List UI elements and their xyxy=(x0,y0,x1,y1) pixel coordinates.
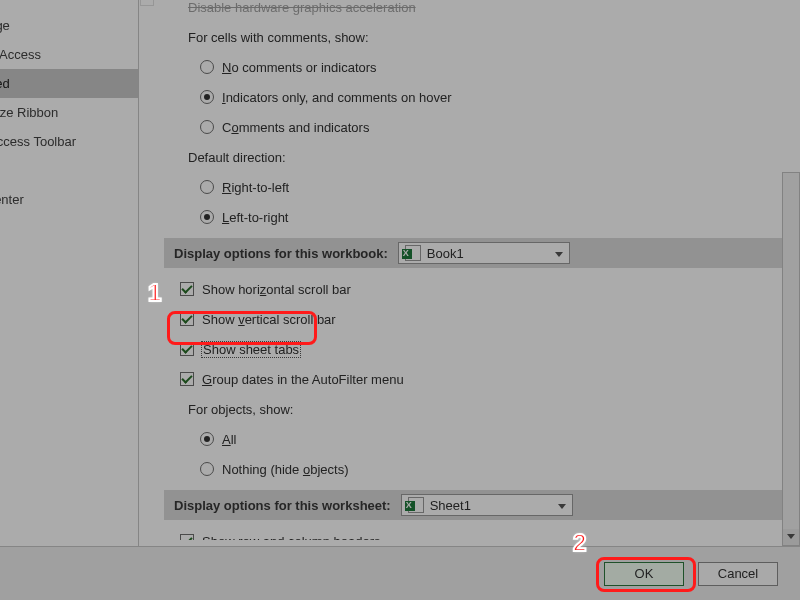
advanced-options-pane: Disable hardware graphics acceleration F… xyxy=(140,0,792,540)
options-sidebar: Save Language Ease of Access Advanced Cu… xyxy=(0,0,139,582)
section-title: Display options for this workbook: xyxy=(174,246,388,261)
label: Disable hardware graphics acceleration xyxy=(188,0,416,15)
label: Default direction: xyxy=(188,150,286,165)
objects-group-label: For objects, show: xyxy=(170,394,782,424)
sidebar-item-save[interactable]: Save xyxy=(0,0,138,11)
label: Left-to-right xyxy=(222,210,288,225)
direction-group-label: Default direction: xyxy=(170,142,782,172)
chk-horizontal-scrollbar[interactable]: Show horizontal scroll bar xyxy=(170,274,782,304)
section-display-worksheet: Display options for this worksheet: Shee… xyxy=(164,490,786,520)
comments-group-label: For cells with comments, show: xyxy=(170,22,782,52)
worksheet-icon xyxy=(408,497,424,513)
radio-icon xyxy=(200,60,214,74)
label: Show vertical scroll bar xyxy=(202,312,336,327)
dialog-button-bar: OK Cancel xyxy=(0,546,800,600)
radio-comments-and-indicators[interactable]: Comments and indicators xyxy=(170,112,782,142)
radio-indicators-only[interactable]: Indicators only, and comments on hover xyxy=(170,82,782,112)
ok-button[interactable]: OK xyxy=(604,562,684,586)
section-display-workbook: Display options for this workbook: Book1 xyxy=(164,238,786,268)
checkbox-icon xyxy=(180,282,194,296)
label: For objects, show: xyxy=(188,402,294,417)
checkbox-icon xyxy=(180,312,194,326)
radio-icon xyxy=(200,210,214,224)
label: Right-to-left xyxy=(222,180,289,195)
radio-icon xyxy=(200,462,214,476)
radio-no-comments[interactable]: No comments or indicators xyxy=(170,52,782,82)
label: No comments or indicators xyxy=(222,60,377,75)
section-title: Display options for this worksheet: xyxy=(174,498,391,513)
checkbox-icon xyxy=(180,534,194,540)
opt-disable-hw-accel[interactable]: Disable hardware graphics acceleration xyxy=(170,0,782,22)
chk-row-col-headers[interactable]: Show row and column headers xyxy=(170,526,782,540)
label: Show row and column headers xyxy=(202,534,381,541)
sidebar-item-advanced[interactable]: Advanced xyxy=(0,69,138,98)
chk-show-sheet-tabs[interactable]: Show sheet tabs xyxy=(170,334,782,364)
sidebar-item-quick-access-toolbar[interactable]: Quick Access Toolbar xyxy=(0,127,138,156)
label: Show horizontal scroll bar xyxy=(202,282,351,297)
chk-group-dates-autofilter[interactable]: Group dates in the AutoFilter menu xyxy=(170,364,782,394)
scroll-down-arrow-icon[interactable] xyxy=(783,529,799,545)
sidebar-item-trust-center[interactable]: Trust Center xyxy=(0,185,138,214)
label: All xyxy=(222,432,236,447)
radio-icon xyxy=(200,180,214,194)
radio-icon xyxy=(200,432,214,446)
sidebar-item-add-ins[interactable]: Add-ins xyxy=(0,156,138,185)
radio-icon xyxy=(200,120,214,134)
checkbox-icon xyxy=(180,342,194,356)
label: Show sheet tabs xyxy=(202,342,300,357)
sidebar-item-ease-of-access[interactable]: Ease of Access xyxy=(0,40,138,69)
label: Indicators only, and comments on hover xyxy=(222,90,452,105)
radio-left-to-right[interactable]: Left-to-right xyxy=(170,202,782,232)
checkbox-icon xyxy=(180,372,194,386)
radio-right-to-left[interactable]: Right-to-left xyxy=(170,172,782,202)
radio-objects-nothing[interactable]: Nothing (hide objects) xyxy=(170,454,782,484)
content-scrollbar[interactable] xyxy=(782,172,800,546)
label: For cells with comments, show: xyxy=(188,30,369,45)
workbook-select[interactable]: Book1 xyxy=(398,242,570,264)
label: Group dates in the AutoFilter menu xyxy=(202,372,404,387)
cancel-button[interactable]: Cancel xyxy=(698,562,778,586)
sidebar-item-customize-ribbon[interactable]: Customize Ribbon xyxy=(0,98,138,127)
selected-value: Book1 xyxy=(427,246,464,261)
radio-icon xyxy=(200,90,214,104)
workbook-icon xyxy=(405,245,421,261)
label: Nothing (hide objects) xyxy=(222,462,348,477)
options-dialog: Save Language Ease of Access Advanced Cu… xyxy=(0,0,800,600)
radio-objects-all[interactable]: All xyxy=(170,424,782,454)
sidebar-item-language[interactable]: Language xyxy=(0,11,138,40)
selected-value: Sheet1 xyxy=(430,498,471,513)
checkbox-icon xyxy=(140,0,154,6)
worksheet-select[interactable]: Sheet1 xyxy=(401,494,573,516)
label: Comments and indicators xyxy=(222,120,369,135)
chk-vertical-scrollbar[interactable]: Show vertical scroll bar xyxy=(170,304,782,334)
